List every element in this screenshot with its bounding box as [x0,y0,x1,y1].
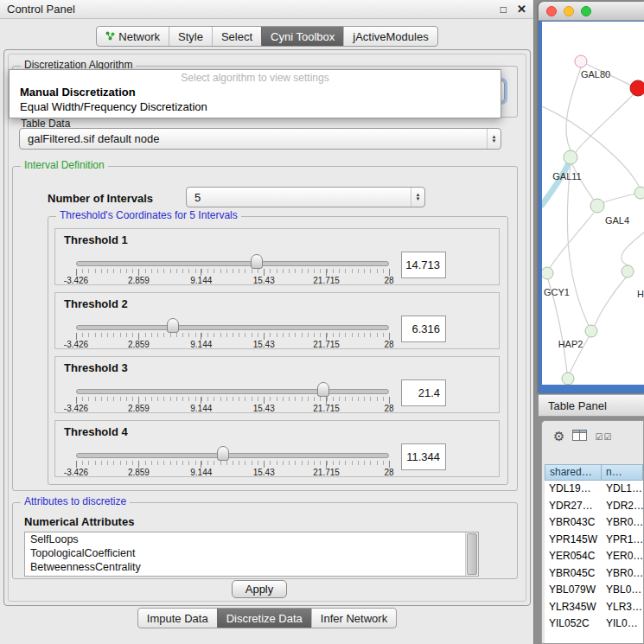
network-node-hap2[interactable] [585,325,597,337]
major-tick [264,269,265,276]
slider-thumb[interactable] [317,382,329,397]
columns-icon[interactable] [572,429,587,444]
threshold-1-value-field[interactable] [401,252,446,278]
tab-impute-data[interactable]: Impute Data [138,609,217,628]
number-of-intervals-label: Number of Intervals [48,192,153,205]
slider-thumb[interactable] [167,318,179,333]
table-cell: YPR145W [545,532,602,549]
slider-track[interactable] [76,453,389,458]
network-node-gal80[interactable] [575,55,587,67]
threshold-3-value-field[interactable] [401,379,446,406]
tab-discretize-data[interactable]: Discretize Data [217,609,311,628]
slider-thumb[interactable] [251,254,263,269]
column-header-1[interactable]: n… [602,464,643,481]
close-icon[interactable]: ✕ [517,3,526,16]
slider-track[interactable] [76,389,389,394]
table-row[interactable]: YPR145WYPR1… [545,532,643,549]
threshold-4-value-field[interactable] [401,443,446,470]
network-node-gal4[interactable] [590,199,604,213]
network-node-h[interactable] [622,265,634,277]
tick-label: 15.43 [253,340,275,349]
select-rows-icons[interactable]: ☑☑ [595,432,612,442]
threshold-3-slider[interactable]: -3.4262.8599.14415.4321.71528 [76,357,389,414]
apply-button[interactable]: Apply [232,580,287,598]
number-of-intervals-select[interactable]: 5 ▲▼ [186,187,425,207]
column-header-0[interactable]: shared… [545,464,602,481]
attribute-list-item[interactable]: SelfLoops [25,532,478,546]
major-tick [326,461,327,468]
slider-track[interactable] [76,261,389,266]
tab-jactivemodules[interactable]: jActiveModules [343,27,437,46]
network-edge[interactable] [603,194,635,202]
list-scrollbar[interactable] [465,532,478,576]
tick-label: 21.715 [313,276,340,285]
threshold-4-slider[interactable]: -3.4262.8599.14415.4321.71528 [76,421,389,478]
network-edge[interactable] [576,94,634,152]
table-data-value: galFiltered.sif default node [20,132,487,145]
float-window-icon[interactable]: □ [501,3,507,16]
tab-label: Impute Data [147,612,208,625]
popup-item-equal-width-frequency[interactable]: Equal Width/Frequency Discretization [10,99,501,114]
minimize-traffic-light-icon[interactable] [564,6,574,16]
node-label: HAP2 [558,339,583,349]
network-node[interactable] [630,80,644,96]
threshold-2-value-field[interactable] [401,316,446,342]
tab-label: Infer Network [321,612,387,625]
network-edge[interactable] [550,213,594,268]
tick-label: -3.426 [64,468,88,477]
table-row[interactable]: YBR043CYBR0… [545,514,643,532]
major-tick [76,461,77,468]
tab-cyni-toolbox[interactable]: Cyni Toolbox [261,27,343,46]
table-row[interactable]: YBR045CYBR0… [545,565,643,583]
tab-infer-network[interactable]: Infer Network [311,609,396,628]
stepper-arrows-icon: ▲▼ [487,129,501,149]
table-row[interactable]: YDL19…YDL1… [545,481,643,498]
major-tick [326,397,327,404]
table-row[interactable]: YBL079WYBL0… [545,582,643,599]
attribute-list-item[interactable]: BetweennessCentrality [25,560,478,574]
tab-style[interactable]: Style [169,27,212,46]
table-cell: YBR0… [602,565,643,583]
network-node[interactable] [562,373,574,385]
tick-label: 9.144 [190,276,212,285]
network-edge[interactable] [622,233,644,267]
gear-icon[interactable]: ⚙ [553,429,564,444]
node-label: GAL11 [552,171,581,182]
close-traffic-light-icon[interactable] [546,6,557,16]
network-node[interactable] [634,187,644,199]
number-of-intervals-value: 5 [187,191,411,204]
table-row[interactable]: YIL052CYIL0… [545,615,643,633]
threshold-2-slider[interactable]: -3.4262.8599.14415.4321.71528 [76,293,389,350]
control-panel-window: Control Panel □ ✕ NetworkStyleSelectCyni… [0,0,534,644]
major-tick [201,461,201,468]
table-data-select[interactable]: galFiltered.sif default node ▲▼ [19,128,501,150]
major-tick [264,333,265,340]
network-node-gcy1[interactable] [542,267,553,279]
zoom-traffic-light-icon[interactable] [581,6,591,16]
threshold-1-slider[interactable]: -3.4262.8599.14415.4321.71528 [76,229,389,286]
network-canvas[interactable]: GAL80GAL11GAL4GCY1HHAP2 [542,22,644,385]
tab-select[interactable]: Select [212,27,261,46]
network-edge[interactable] [572,164,594,201]
network-edge[interactable] [595,277,626,326]
window-title: Control Panel [7,3,75,16]
attributes-list[interactable]: SelfLoopsTopologicalCoefficientBetweenne… [24,532,479,577]
slider-thumb[interactable] [217,446,229,461]
major-tick [389,461,390,468]
highlighted-edge[interactable] [542,163,569,205]
scrollbar-thumb[interactable] [467,533,477,575]
table-toolbar: ⚙ ☑☑ [542,421,643,452]
popup-item-manual-discretization[interactable]: Manual Discretization [10,85,501,99]
tab-network[interactable]: Network [97,27,169,46]
table-row[interactable]: YER054CYER0… [545,548,643,565]
table-rows: YDL19…YDL1…YDR27…YDR2…YBR043CYBR0…YPR145… [545,481,643,643]
table-row[interactable]: YLR345WYLR3… [545,599,643,616]
attribute-list-item[interactable]: TopologicalCoefficient [25,546,478,560]
table-row[interactable]: YDR27…YDR2… [545,498,643,515]
slider-track[interactable] [76,325,389,330]
major-tick [389,269,390,276]
network-node-gal11[interactable] [564,150,577,164]
slider-minor-ticks [76,333,389,337]
table-cell: YIL0… [602,615,643,633]
network-edge[interactable] [566,67,581,150]
